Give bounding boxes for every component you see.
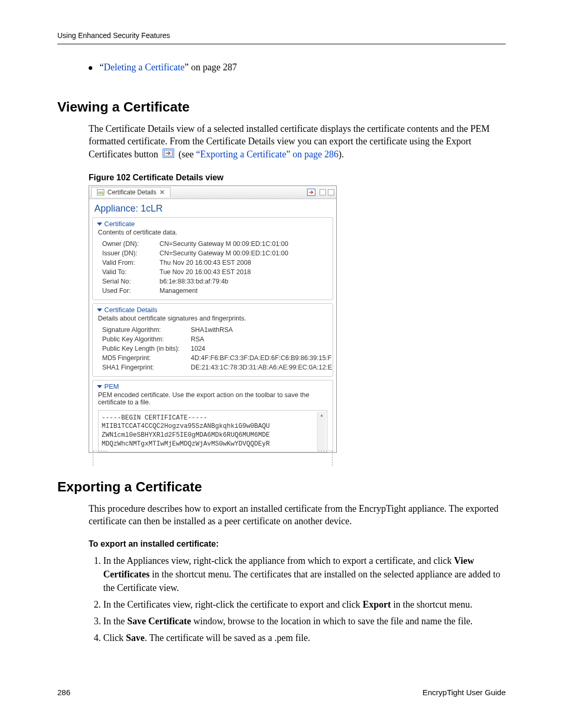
step-bold: Save (126, 633, 145, 643)
page-footer: 286 EncrypTight User Guide (57, 688, 506, 697)
panel-pem: PEM PEM encoded certificate. Use the exp… (92, 380, 333, 453)
para-text-after-open: (see (178, 149, 195, 159)
certificate-icon (97, 189, 104, 195)
panel-title-pem[interactable]: PEM (97, 382, 328, 391)
appliance-label: Appliance: 1cLR (89, 199, 336, 217)
procedure-subheading: To export an installed certificate: (89, 539, 506, 549)
view-window-controls[interactable] (320, 189, 334, 195)
cert-kv: Owner (DN):CN=Security Gateway M 00:09:E… (102, 240, 328, 294)
details-kv: Signature Algorithm:SHA1withRSA Public K… (102, 326, 328, 371)
kv-key: SHA1 Fingerprint: (102, 364, 191, 371)
kv-key: Valid From: (102, 259, 160, 266)
pem-line: -----BEGIN CERTIFICATE----- (102, 414, 207, 422)
doc-title: EncrypTight User Guide (422, 688, 506, 697)
kv-key: Signature Algorithm: (102, 326, 191, 334)
heading-exporting-certificate: Exporting a Certificate (57, 479, 506, 495)
pem-line: ZWN1cml0eSBHYXRld2F5IE0gMDA6MDk6RUQ6MUM6… (102, 431, 270, 439)
view-tabbar: Certificate Details ✕ (89, 186, 336, 199)
bullet-item: “Deleting a Certificate” on page 287 (89, 62, 506, 73)
procedure-steps: In the Appliances view, right-click the … (90, 554, 506, 645)
step-text: in the shortcut menu. The certificates t… (103, 569, 500, 593)
step-item: Click Save. The certificate will be save… (103, 631, 506, 645)
bullet-suffix: ” on page 287 (185, 62, 237, 72)
kv-key: Issuer (DN): (102, 250, 160, 257)
panel-title-text: Certificate (104, 220, 135, 228)
figure-caption: Figure 102 Certificate Details view (89, 173, 506, 182)
export-toolbar-button[interactable] (307, 188, 315, 196)
scrollbar[interactable]: ▴ (317, 412, 326, 451)
panel-desc: PEM encoded certificate. Use the export … (98, 391, 328, 406)
chevron-down-icon (97, 309, 102, 312)
step-text: window, browse to the location in which … (191, 616, 472, 626)
kv-val: CN=Security Gateway M 00:09:ED:1C:01:00 (160, 250, 328, 257)
pem-textbox[interactable]: -----BEGIN CERTIFICATE----- MIIB1TCCAT4C… (98, 410, 327, 453)
link-exporting-cert[interactable]: “Exporting a Certificate” on page 286 (196, 149, 338, 159)
kv-val: Tue Nov 20 16:00:43 EST 2018 (160, 268, 328, 276)
page-number: 286 (57, 688, 70, 697)
kv-key: Valid To: (102, 268, 160, 276)
bullet-dot-icon (89, 66, 92, 70)
tab-label: Certificate Details (107, 189, 156, 196)
figure-certificate-details: Certificate Details ✕ Appliance: 1cLR Ce… (89, 186, 337, 453)
scroll-up-icon[interactable]: ▴ (317, 412, 326, 420)
maximize-icon[interactable] (328, 189, 334, 195)
kv-val: DE:21:43:1C:78:3D:31:AB:A6:AE:99:EC:0A:1… (191, 364, 332, 371)
step-item: In the Save Certificate window, browse t… (103, 614, 506, 628)
panel-title-text: Certificate Details (104, 306, 157, 314)
para-text-after-close: ). (338, 149, 344, 159)
step-text: In the (103, 616, 127, 626)
panel-certificate-details: Certificate Details Details about certif… (92, 303, 333, 377)
step-bold: Export (363, 599, 391, 610)
chevron-down-icon (97, 385, 102, 388)
kv-key: MD5 Fingerprint: (102, 354, 191, 362)
step-text: In the Certificates view, right-click th… (103, 599, 363, 610)
tab-certificate-details[interactable]: Certificate Details ✕ (91, 187, 170, 198)
kv-key: Used For: (102, 287, 160, 294)
svg-point-5 (102, 193, 103, 194)
kv-val: b6:1e:88:33:bd:af:79:4b (160, 278, 328, 285)
svg-rect-4 (98, 193, 102, 194)
panel-title-text: PEM (104, 382, 119, 390)
step-text: in the shortcut menu. (391, 599, 472, 610)
step-bold: Save Certificate (127, 616, 191, 626)
step-text: . The certificate will be saved as a .pe… (145, 633, 311, 643)
kv-val: Management (160, 287, 328, 294)
running-head: Using Enhanced Security Features (57, 31, 506, 44)
panel-desc: Contents of certificate data. (98, 229, 328, 236)
step-text: In the Appliances view, right-click the … (103, 556, 454, 566)
kv-val: RSA (191, 336, 332, 343)
kv-val: CN=Security Gateway M 00:09:ED:1C:01:00 (160, 240, 328, 248)
chevron-down-icon (97, 223, 102, 226)
step-item: In the Appliances view, right-click the … (103, 554, 506, 595)
kv-val: Thu Nov 20 16:00:43 EST 2008 (160, 259, 328, 266)
kv-val: SHA1withRSA (191, 326, 332, 334)
heading-viewing-certificate: Viewing a Certificate (57, 99, 506, 115)
viewing-cert-paragraph: The Certificate Details view of a select… (89, 122, 506, 162)
torn-edge-icon (93, 451, 107, 451)
kv-key: Public Key Length (in bits): (102, 345, 191, 352)
panel-certificate: Certificate Contents of certificate data… (92, 217, 333, 300)
exporting-cert-paragraph: This procedure describes how to export a… (89, 502, 506, 528)
bullet-prefix: “ (100, 62, 104, 72)
step-item: In the Certificates view, right-click th… (103, 598, 506, 611)
panel-title-certificate[interactable]: Certificate (97, 220, 328, 229)
panel-title-certificate-details[interactable]: Certificate Details (97, 306, 328, 315)
kv-key: Serial No: (102, 278, 160, 285)
svg-rect-3 (98, 192, 103, 192)
step-text: Click (103, 633, 126, 643)
bullet-list: “Deleting a Certificate” on page 287 (89, 62, 506, 73)
link-deleting-cert[interactable]: Deleting a Certificate (104, 62, 185, 72)
export-cert-icon (163, 149, 174, 161)
kv-key: Owner (DN): (102, 240, 160, 248)
pem-line: MDQzWhcNMTgxMTIwMjEwMDQzWjAvMS0wKwYDVQQD… (102, 440, 270, 448)
kv-val: 1024 (191, 345, 332, 352)
pem-line: MIIB1TCCAT4CCQC2Hogzva95SzANBgkqhkiG9w0B… (102, 423, 270, 430)
close-icon[interactable]: ✕ (160, 189, 165, 196)
torn-edge-icon (318, 451, 333, 451)
kv-key: Public Key Algorithm: (102, 336, 191, 343)
minimize-icon[interactable] (320, 189, 326, 195)
kv-val: 4D:4F:F6:BF:C3:3F:DA:ED:6F:C6:B9:86:39:1… (191, 354, 332, 362)
panel-desc: Details about certificate signatures and… (98, 315, 328, 322)
